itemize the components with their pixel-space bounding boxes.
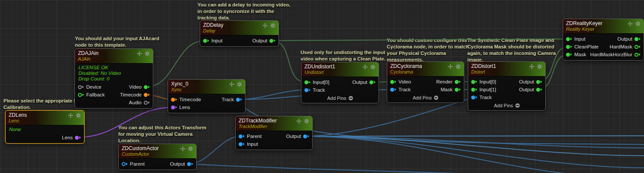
wire-trackmod-output-to-edge[interactable]: [305, 136, 644, 168]
wire-trackmod-output-to-edge[interactable]: [305, 136, 644, 136]
pin-distort-out1[interactable]: [536, 88, 542, 92]
pin-trackmod-input[interactable]: [239, 142, 245, 146]
pin-distort-track[interactable]: [471, 96, 477, 99]
pin-trackmod-output[interactable]: [303, 135, 309, 138]
move-icon[interactable]: [529, 64, 534, 75]
pin-audio[interactable]: [144, 101, 150, 105]
node-header[interactable]: Xync_0Xync: [168, 80, 245, 94]
node-delay[interactable]: ZDDelayDelayInputOutput: [200, 20, 279, 47]
pin-wedge: [207, 39, 209, 42]
add-pins-icon[interactable]: [349, 96, 353, 100]
add-pins-button[interactable]: Add Pins: [301, 96, 379, 103]
wire-customactor-output-to-edge[interactable]: [189, 164, 563, 173]
gear-icon[interactable]: [304, 119, 309, 129]
pin-dot: [171, 98, 175, 102]
gear-icon[interactable]: [76, 113, 81, 124]
node-rk[interactable]: ZDRealityKeyerReality KeyerInputOutputCl…: [563, 19, 644, 61]
move-icon[interactable]: [362, 64, 368, 75]
gear-icon[interactable]: [237, 82, 242, 93]
move-icon[interactable]: [628, 21, 633, 32]
node-header[interactable]: ZDCycloramaCyclorama: [387, 62, 464, 77]
pin-dot: [455, 88, 459, 92]
move-icon[interactable]: [448, 64, 453, 75]
pin-wedge: [309, 81, 311, 83]
pin-delay-output[interactable]: [269, 39, 275, 43]
move-icon[interactable]: [137, 51, 142, 62]
add-pins-icon[interactable]: [515, 103, 520, 108]
node-header[interactable]: ZDUndistort1Undistort: [301, 62, 379, 77]
pin-cyclo-track[interactable]: [390, 88, 396, 92]
node-distort[interactable]: ZDDistort1DistortInput[0]OutputInput[1]O…: [468, 61, 546, 111]
pin-distort-out0[interactable]: [536, 80, 542, 84]
gear-icon[interactable]: [370, 64, 375, 75]
pin-rk-input[interactable]: [566, 37, 572, 41]
node-undistort[interactable]: ZDUndistort1UndistortInput[0]OutputTrack…: [301, 62, 379, 103]
add-pins-icon[interactable]: [434, 96, 438, 100]
gear-icon[interactable]: [635, 21, 641, 32]
gear-icon[interactable]: [537, 64, 542, 75]
pin-xync-lens[interactable]: [171, 106, 177, 109]
pin-wedge: [395, 80, 396, 83]
pin-undistort-track[interactable]: [304, 88, 311, 92]
node-header[interactable]: ZDAJAinAJAin: [75, 49, 153, 64]
pin-rk-mask[interactable]: [566, 53, 572, 57]
pin-wedge: [374, 81, 375, 83]
pin-trackmod-parent[interactable]: [239, 135, 245, 138]
pin-dot: [304, 80, 308, 84]
node-customactor[interactable]: ZDCustomActorCustomActorParentOutput: [118, 144, 197, 170]
pin-undistort-in0[interactable]: [304, 80, 311, 84]
node-graph-canvas[interactable]: You can add a delay to incoming video, i…: [0, 0, 644, 173]
move-icon[interactable]: [262, 23, 268, 34]
pin-wedge: [570, 45, 572, 48]
pin-device[interactable]: [78, 85, 84, 89]
gear-icon[interactable]: [145, 51, 150, 62]
pin-undistort-out[interactable]: [369, 80, 375, 84]
pin-distort-in1[interactable]: [471, 88, 477, 92]
pin-cyclo-mask[interactable]: [455, 88, 461, 92]
pin-xync-timecode[interactable]: [171, 98, 177, 102]
pin-cyclo-render[interactable]: [455, 80, 461, 84]
pin-parent[interactable]: [122, 162, 128, 166]
node-ajain[interactable]: ZDAJAinAJAinLICENSE OKDisabled: No Video…: [74, 48, 153, 109]
node-trackmod[interactable]: ZDTrackModifierTrackModifierParentOutput…: [235, 116, 313, 150]
move-icon[interactable]: [229, 82, 234, 93]
node-header[interactable]: ZDDistort1Distort: [468, 62, 545, 77]
gear-icon[interactable]: [188, 146, 193, 157]
node-cyclo[interactable]: ZDCycloramaCycloramaVideoRenderTrackMask…: [387, 61, 464, 103]
gear-icon[interactable]: [456, 64, 461, 75]
add-pins-button[interactable]: Add Pins: [468, 103, 545, 110]
node-header[interactable]: ZDDelayDelay: [200, 21, 278, 35]
pin-fallback[interactable]: [78, 93, 84, 97]
add-pins-label: Add Pins: [327, 96, 346, 101]
node-header[interactable]: ZDRealityKeyerReality Keyer: [563, 19, 644, 34]
pin-xync-track[interactable]: [236, 98, 242, 102]
pin-ajain-video[interactable]: [144, 85, 150, 89]
node-xync[interactable]: Xync_0XyncTimecodeTrackLens: [168, 79, 246, 113]
move-icon[interactable]: [180, 146, 185, 157]
wire-delay-output-to-rk-input[interactable]: [272, 39, 568, 41]
node-lens[interactable]: ZDLensLensNoneLens: [5, 110, 84, 144]
pin-cyclo-video[interactable]: [390, 80, 396, 84]
node-header[interactable]: ZDCustomActorCustomActor: [119, 144, 196, 159]
pin-ajain-timecode[interactable]: [144, 93, 150, 97]
pin-distort-in0[interactable]: [471, 80, 477, 84]
pin-rk-cleanplate[interactable]: [566, 45, 572, 49]
pin-delay-input[interactable]: [203, 39, 209, 43]
pin-hardmaskhorzblur[interactable]: [634, 53, 641, 57]
move-icon[interactable]: [68, 113, 73, 124]
pin-rk-output[interactable]: [634, 37, 641, 41]
wire-customactor-output-to-trackmod-parent[interactable]: [189, 136, 241, 164]
move-icon[interactable]: [296, 119, 301, 129]
pin-customactor-output[interactable]: [187, 162, 193, 166]
pin-label: Input: [211, 38, 223, 43]
pin-lens-lens[interactable]: [75, 136, 81, 140]
add-pins-button[interactable]: Add Pins: [387, 95, 464, 103]
node-header[interactable]: ZDLensLens: [6, 111, 84, 125]
node-title: ZDCustomActor: [122, 145, 159, 151]
wire-lens-lens-to-xync-lens[interactable]: [77, 107, 173, 138]
gear-icon[interactable]: [270, 23, 275, 34]
pin-row: Track: [468, 93, 545, 101]
node-header[interactable]: ZDTrackModifierTrackModifier: [236, 116, 312, 131]
pin-dot: [203, 39, 207, 43]
pin-hardmask[interactable]: [634, 45, 641, 49]
